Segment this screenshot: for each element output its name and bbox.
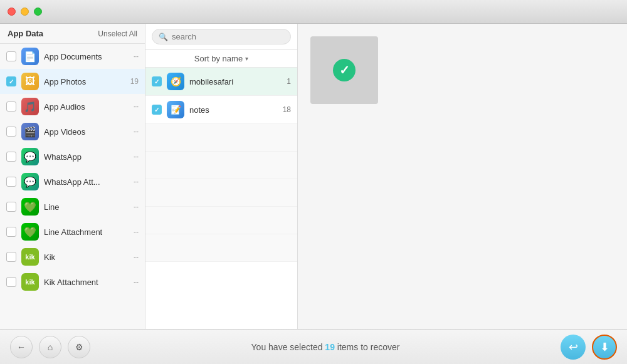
- list-placeholder-3: [145, 179, 297, 207]
- label-kik-attachment: Kik Attachment: [44, 278, 129, 287]
- checkbox-app-photos[interactable]: [6, 76, 16, 86]
- checkbox-app-audios[interactable]: [6, 101, 16, 112]
- sort-arrow-icon: ▾: [245, 55, 248, 62]
- sidebar-item-line-attachment[interactable]: 💚 Line Attachment --: [0, 219, 145, 244]
- count-kik-attachment: --: [134, 278, 139, 286]
- sidebar-item-kik-attachment[interactable]: kik Kik Attachment --: [0, 269, 145, 294]
- icon-notes: 📝: [167, 101, 184, 118]
- preview-check-icon: ✓: [333, 59, 356, 81]
- label-whatsapp-att: WhatsApp Att...: [44, 177, 129, 187]
- icon-line-attachment: 💚: [21, 223, 39, 241]
- label-app-audios: App Audios: [44, 102, 129, 112]
- app-list: 🧭 mobilesafari 1 📝 notes 18: [145, 68, 297, 329]
- checkbox-notes[interactable]: [152, 105, 162, 115]
- checkbox-line-attachment[interactable]: [6, 227, 16, 237]
- back-icon: ←: [17, 342, 26, 352]
- sidebar-item-whatsapp-att[interactable]: 💬 WhatsApp Att... --: [0, 169, 145, 194]
- status-text: You have selected 19 items to recover: [90, 342, 561, 352]
- title-bar: [0, 0, 627, 24]
- checkbox-whatsapp[interactable]: [6, 152, 16, 162]
- sort-bar[interactable]: Sort by name ▾: [145, 50, 297, 68]
- sidebar-item-app-photos[interactable]: 🖼 App Photos 19: [0, 69, 145, 94]
- checkbox-line[interactable]: [6, 202, 16, 212]
- checkbox-kik-attachment[interactable]: [6, 277, 16, 287]
- search-icon: 🔍: [159, 33, 168, 41]
- count-line-attachment: --: [134, 227, 139, 236]
- count-whatsapp: --: [134, 152, 139, 161]
- count-kik: --: [134, 252, 139, 261]
- label-notes: notes: [189, 105, 278, 115]
- restore-icon: ↩: [569, 340, 578, 354]
- home-icon: ⌂: [48, 342, 53, 352]
- bottom-bar: ← ⌂ ⚙ You have selected 19 items to reco…: [0, 329, 627, 364]
- settings-button[interactable]: ⚙: [68, 336, 90, 358]
- unselect-all-button[interactable]: Unselect All: [98, 29, 137, 38]
- export-button[interactable]: ⬇: [592, 335, 617, 360]
- label-app-videos: App Videos: [44, 127, 129, 137]
- icon-kik: kik: [21, 248, 39, 266]
- sidebar-item-app-documents[interactable]: 📄 App Documents --: [0, 44, 145, 69]
- middle-panel: 🔍 Sort by name ▾ 🧭 mobilesafari 1 📝 note…: [145, 24, 298, 329]
- search-input[interactable]: [172, 32, 284, 41]
- list-placeholder-2: [145, 152, 297, 179]
- count-app-documents: --: [134, 52, 139, 61]
- sidebar-item-whatsapp[interactable]: 💬 WhatsApp --: [0, 144, 145, 169]
- checkbox-app-videos[interactable]: [6, 127, 16, 137]
- sidebar: App Data Unselect All 📄 App Documents --…: [0, 24, 145, 329]
- checkbox-app-documents[interactable]: [6, 51, 16, 61]
- list-placeholder-5: [145, 234, 297, 262]
- label-mobilesafari: mobilesafari: [189, 77, 282, 86]
- icon-mobilesafari: 🧭: [167, 73, 184, 90]
- list-placeholder-4: [145, 207, 297, 234]
- label-line-attachment: Line Attachment: [44, 227, 129, 237]
- count-whatsapp-att: --: [134, 177, 139, 186]
- sidebar-item-line[interactable]: 💚 Line --: [0, 194, 145, 219]
- checkbox-whatsapp-att[interactable]: [6, 177, 16, 187]
- count-line: --: [134, 202, 139, 211]
- sidebar-item-kik[interactable]: kik Kik --: [0, 244, 145, 269]
- restore-button[interactable]: ↩: [561, 335, 586, 360]
- checkbox-kik[interactable]: [6, 252, 16, 262]
- list-item-mobilesafari[interactable]: 🧭 mobilesafari 1: [145, 68, 297, 96]
- label-kik: Kik: [44, 252, 129, 262]
- checkbox-mobilesafari[interactable]: [152, 76, 162, 86]
- search-bar-container: 🔍: [145, 24, 297, 50]
- back-button[interactable]: ←: [10, 336, 33, 358]
- count-app-videos: --: [134, 127, 139, 136]
- action-buttons: ↩ ⬇: [561, 335, 617, 360]
- icon-app-audios: 🎵: [21, 98, 39, 115]
- list-item-notes[interactable]: 📝 notes 18: [145, 96, 297, 124]
- count-app-photos: 19: [130, 77, 139, 86]
- list-placeholder-1: [145, 124, 297, 152]
- sort-label: Sort by name: [194, 54, 243, 63]
- count-app-audios: --: [134, 102, 139, 111]
- count-mobilesafari: 1: [287, 77, 291, 86]
- count-notes: 18: [283, 105, 291, 114]
- sidebar-header: App Data Unselect All: [0, 24, 145, 44]
- label-app-photos: App Photos: [44, 77, 125, 86]
- label-line: Line: [44, 202, 129, 212]
- icon-kik-attachment: kik: [21, 273, 39, 291]
- close-button[interactable]: [8, 8, 16, 16]
- preview-thumbnail: ✓: [310, 36, 378, 104]
- nav-buttons: ← ⌂ ⚙: [10, 336, 90, 358]
- icon-line: 💚: [21, 198, 39, 216]
- export-icon: ⬇: [600, 340, 609, 354]
- sidebar-item-app-videos[interactable]: 🎬 App Videos --: [0, 119, 145, 144]
- icon-whatsapp-att: 💬: [21, 173, 39, 190]
- maximize-button[interactable]: [34, 8, 42, 16]
- sidebar-item-app-audios[interactable]: 🎵 App Audios --: [0, 94, 145, 119]
- settings-icon: ⚙: [75, 342, 83, 352]
- label-app-documents: App Documents: [44, 52, 129, 61]
- minimize-button[interactable]: [21, 8, 29, 16]
- search-wrapper[interactable]: 🔍: [152, 29, 291, 44]
- icon-app-photos: 🖼: [21, 73, 39, 90]
- icon-app-videos: 🎬: [21, 123, 39, 140]
- sidebar-items-list: 📄 App Documents -- 🖼 App Photos 19 🎵 App…: [0, 44, 145, 329]
- main-content: App Data Unselect All 📄 App Documents --…: [0, 24, 627, 329]
- status-text-after: items to recover: [335, 342, 399, 352]
- home-button[interactable]: ⌂: [39, 336, 61, 358]
- preview-panel: ✓: [298, 24, 627, 329]
- icon-app-documents: 📄: [21, 48, 39, 65]
- status-count: 19: [325, 342, 335, 352]
